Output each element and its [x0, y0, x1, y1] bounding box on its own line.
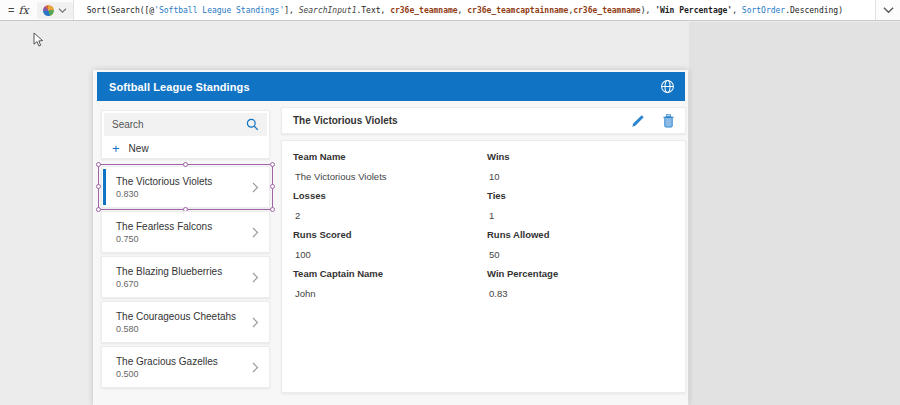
team-name: The Victorious Violets — [116, 176, 212, 187]
chevron-right-icon — [252, 362, 259, 373]
form-field-team-name: Team Name The Victorious Violets — [293, 151, 487, 190]
edit-button[interactable] — [631, 114, 645, 128]
formula-token-string: 'Win Percentage' — [655, 6, 732, 15]
form-field-runs-allowed: Runs Allowed 50 — [487, 229, 685, 268]
search-input[interactable]: Search — [104, 113, 267, 136]
formula-token-field: cr36e_teamname — [390, 6, 457, 15]
field-value: 100 — [293, 249, 487, 260]
app-title: Softball League Standings — [109, 81, 250, 93]
field-value: 0.83 — [487, 288, 685, 299]
chevron-right-icon — [252, 182, 259, 193]
mouse-cursor — [33, 32, 44, 48]
team-win-pct: 0.670 — [116, 279, 222, 289]
search-placeholder: Search — [112, 119, 144, 130]
field-value: The Victorious Violets — [293, 171, 487, 182]
formula-token-field: cr36e_teamname — [573, 6, 640, 15]
selection-handle[interactable] — [270, 162, 275, 167]
app-header: Softball League Standings — [97, 72, 685, 101]
form-field-runs-scored: Runs Scored 100 — [293, 229, 487, 268]
selected-item-accent — [103, 169, 106, 205]
field-label: Losses — [293, 190, 487, 201]
pencil-icon — [631, 114, 645, 128]
chevron-down-icon — [883, 6, 894, 14]
detail-header: The Victorious Violets — [281, 107, 686, 134]
detail-title: The Victorious Violets — [293, 115, 398, 126]
field-value: John — [293, 288, 487, 299]
property-dropdown[interactable] — [37, 2, 73, 19]
formula-token: ), — [641, 6, 655, 15]
new-record-button[interactable]: + New — [102, 138, 269, 159]
chevron-right-icon — [252, 272, 259, 283]
form-field-losses: Losses 2 — [293, 190, 487, 229]
gallery-item-courageous-cheetahs[interactable]: The Courageous Cheetahs 0.580 — [101, 301, 270, 343]
fx-icon: fx — [18, 4, 28, 17]
new-record-label: New — [129, 143, 149, 154]
field-value: 10 — [487, 171, 685, 182]
team-name: The Fearless Falcons — [116, 221, 212, 232]
team-win-pct: 0.500 — [116, 369, 218, 379]
field-label: Ties — [487, 190, 685, 201]
formula-token-table: 'Softball League Standings' — [154, 6, 284, 15]
studio-canvas-background — [689, 22, 900, 405]
team-win-pct: 0.750 — [116, 234, 212, 244]
team-win-pct: 0.830 — [116, 189, 212, 199]
chevron-down-icon — [58, 7, 67, 14]
formula-token: , — [458, 6, 468, 15]
form-field-team-captain: Team Captain Name John — [293, 268, 487, 307]
globe-icon — [660, 79, 675, 94]
selection-handle[interactable] — [270, 184, 275, 189]
app-screen: Softball League Standings Search + New T… — [93, 70, 688, 405]
field-value: 50 — [487, 249, 685, 260]
trash-icon — [662, 114, 675, 128]
field-label: Runs Allowed — [487, 229, 685, 240]
formula-input[interactable]: Sort(Search([@'Softball League Standings… — [73, 0, 876, 20]
formula-token: , — [732, 6, 742, 15]
formula-token: .Text, — [356, 6, 390, 15]
selection-handle[interactable] — [96, 162, 101, 167]
formula-token: .Descending) — [785, 6, 843, 15]
detail-form: Team Name The Victorious Violets Wins 10… — [281, 140, 686, 393]
sidebar-panel: Search + New — [101, 110, 270, 159]
field-value: 1 — [487, 210, 685, 221]
field-label: Team Captain Name — [293, 268, 487, 279]
team-win-pct: 0.580 — [116, 324, 236, 334]
formula-token: Sort(Search([@ — [87, 6, 154, 15]
chevron-right-icon — [252, 227, 259, 238]
equals-sign: = — [8, 4, 14, 16]
selection-handle[interactable] — [96, 184, 101, 189]
field-label: Wins — [487, 151, 685, 162]
formula-bar: = fx Sort(Search([@'Softball League Stan… — [0, 0, 900, 21]
dynamic-content-icon — [43, 5, 54, 16]
selection-handle[interactable] — [183, 162, 188, 167]
selection-handle[interactable] — [270, 207, 275, 212]
gallery-item-blazing-blueberries[interactable]: The Blazing Blueberries 0.670 — [101, 256, 270, 298]
form-field-win-percentage: Win Percentage 0.83 — [487, 268, 685, 307]
form-field-ties: Ties 1 — [487, 190, 685, 229]
formula-token-control: SearchInput1 — [299, 6, 357, 15]
field-value: 2 — [293, 210, 487, 221]
search-icon — [246, 118, 259, 131]
formula-token: ], — [284, 6, 298, 15]
plus-icon: + — [112, 142, 120, 155]
formula-bar-expand-button[interactable] — [876, 0, 900, 20]
formula-token-field: cr36e_teamcaptainname — [467, 6, 568, 15]
gallery-item-victorious-violets[interactable]: The Victorious Violets 0.830 — [101, 166, 270, 208]
gallery-item-gracious-gazelles[interactable]: The Gracious Gazelles 0.500 — [101, 346, 270, 388]
delete-button[interactable] — [662, 114, 675, 128]
team-name: The Courageous Cheetahs — [116, 311, 236, 322]
chevron-right-icon — [252, 317, 259, 328]
field-label: Win Percentage — [487, 268, 685, 279]
gallery-item-fearless-falcons[interactable]: The Fearless Falcons 0.750 — [101, 211, 270, 253]
formula-token-enum: SortOrder — [742, 6, 785, 15]
team-name: The Blazing Blueberries — [116, 266, 222, 277]
field-label: Team Name — [293, 151, 487, 162]
team-name: The Gracious Gazelles — [116, 356, 218, 367]
field-label: Runs Scored — [293, 229, 487, 240]
form-field-wins: Wins 10 — [487, 151, 685, 190]
